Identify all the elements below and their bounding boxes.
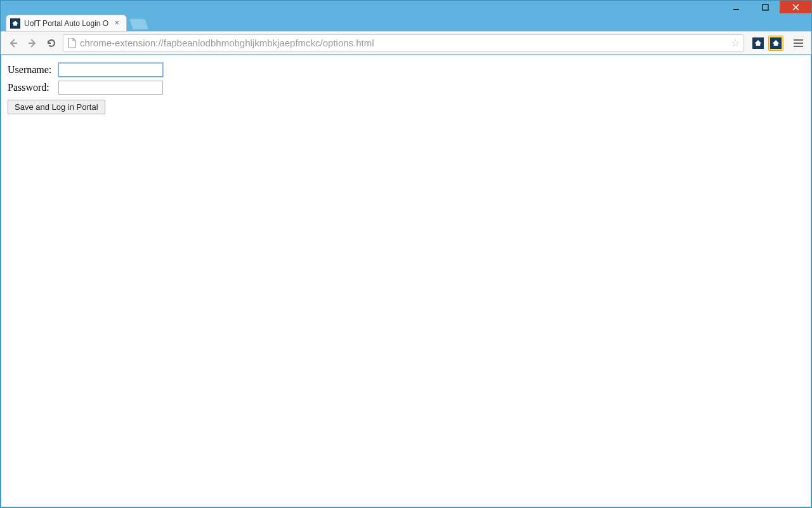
- page-icon: [67, 38, 76, 48]
- maximize-button[interactable]: [750, 1, 780, 13]
- new-tab-button[interactable]: [129, 18, 149, 30]
- username-input[interactable]: [58, 63, 163, 77]
- browser-window: UofT Portal Auto Login O × chrome-extens…: [0, 0, 812, 508]
- extension-icon-1[interactable]: [750, 36, 766, 51]
- url-text: chrome-extension://fapbeanlodbhmobghljkm…: [80, 37, 727, 48]
- username-row: Username:: [8, 63, 804, 77]
- reload-button[interactable]: [44, 36, 59, 51]
- bookmark-star-icon[interactable]: ☆: [731, 37, 740, 49]
- forward-button[interactable]: [25, 36, 40, 51]
- browser-tab[interactable]: UofT Portal Auto Login O ×: [6, 15, 127, 31]
- tab-favicon-icon: [10, 18, 20, 29]
- window-controls: [721, 1, 811, 13]
- address-bar[interactable]: chrome-extension://fapbeanlodbhmobghljkm…: [63, 34, 744, 52]
- minimize-button[interactable]: [721, 1, 750, 13]
- tab-close-icon[interactable]: ×: [112, 19, 121, 28]
- extension-icons: [750, 36, 783, 51]
- username-label: Username:: [8, 64, 56, 76]
- save-login-button[interactable]: Save and Log in Portal: [8, 100, 105, 114]
- window-titlebar: [1, 1, 811, 13]
- close-button[interactable]: [780, 1, 811, 13]
- svg-rect-0: [733, 9, 739, 10]
- tab-strip: UofT Portal Auto Login O ×: [1, 13, 811, 31]
- extension-icon-2[interactable]: [768, 36, 783, 51]
- hamburger-icon: [794, 39, 803, 41]
- password-row: Password:: [8, 81, 804, 95]
- back-button[interactable]: [6, 36, 21, 51]
- chrome-menu-button[interactable]: [790, 36, 806, 51]
- page-content: Username: Password: Save and Log in Port…: [1, 55, 811, 507]
- password-label: Password:: [8, 82, 56, 93]
- browser-toolbar: chrome-extension://fapbeanlodbhmobghljkm…: [1, 31, 811, 55]
- tab-title: UofT Portal Auto Login O: [24, 19, 108, 28]
- svg-rect-1: [763, 4, 768, 10]
- password-input[interactable]: [58, 81, 163, 95]
